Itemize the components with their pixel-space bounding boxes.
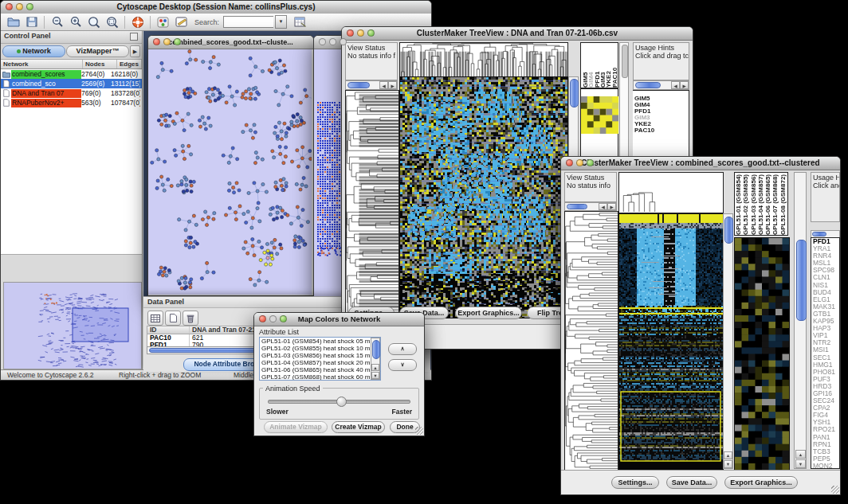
network-canvas[interactable] bbox=[148, 49, 312, 295]
export-graphics-button[interactable]: Export Graphics... bbox=[724, 476, 798, 489]
attribute-list-item[interactable]: GPL51-07 (GSM868) heat shock 60 min bbox=[260, 373, 380, 381]
save-session-icon[interactable] bbox=[23, 14, 40, 29]
scroll-up-icon[interactable]: ▲ bbox=[724, 451, 732, 459]
zoom-button[interactable] bbox=[367, 29, 375, 37]
scrollbar-thumb[interactable] bbox=[567, 204, 587, 209]
zoom-button[interactable] bbox=[587, 159, 594, 166]
slider-thumb[interactable] bbox=[336, 397, 347, 407]
scroll-down-icon[interactable]: ▼ bbox=[795, 459, 806, 468]
treeview2-title-bar[interactable]: ClusterMaker TreeView : combined_scores_… bbox=[561, 157, 840, 170]
dialog-title-bar[interactable]: Map Colors to Network bbox=[254, 313, 424, 326]
tab-overflow-arrow[interactable]: ▶ bbox=[130, 45, 140, 57]
attribute-list-item[interactable]: GPL51-03 (GSM856) heat shock 15 min bbox=[260, 352, 380, 359]
zoom-button[interactable] bbox=[26, 3, 33, 10]
zoom-fit-icon[interactable] bbox=[85, 14, 102, 29]
gene-list-item[interactable]: MON2 bbox=[811, 463, 839, 469]
attribute-list-item[interactable]: GPL51-06 (GSM865) heat shock 40 min bbox=[260, 366, 380, 373]
close-button[interactable] bbox=[6, 3, 13, 10]
scrollbar-thumb[interactable] bbox=[372, 340, 380, 359]
heatmap-vscrollbar[interactable]: ▲ ▼ bbox=[723, 213, 733, 469]
column-dendrogram-canvas[interactable] bbox=[618, 172, 724, 213]
animation-speed-slider[interactable] bbox=[268, 400, 410, 404]
treeview1-title-bar[interactable]: ClusterMaker TreeView : DNA and Tran 07-… bbox=[342, 27, 693, 41]
zoom-button[interactable] bbox=[340, 38, 347, 45]
tab-vizmapper[interactable]: VizMapper™ bbox=[66, 45, 129, 57]
save-data-button[interactable]: Save Data... bbox=[666, 476, 717, 489]
move-up-button[interactable]: ∧ bbox=[388, 343, 417, 355]
zoom-out-icon[interactable] bbox=[49, 14, 65, 29]
attribute-list-item[interactable]: GPL51-01 (GSM854) heat shock 05 min bbox=[260, 338, 380, 345]
heatmap-canvas[interactable] bbox=[618, 213, 724, 471]
scrollbar-thumb[interactable] bbox=[812, 232, 826, 236]
resize-grip[interactable] bbox=[415, 427, 423, 435]
row-dendrogram-canvas[interactable] bbox=[564, 211, 618, 471]
scroll-right-icon[interactable]: ▶ bbox=[388, 81, 397, 89]
background-network-canvas[interactable] bbox=[314, 49, 344, 298]
scroll-left-icon[interactable]: ◀ bbox=[671, 81, 680, 89]
network-table-row[interactable]: RNAPuberNov2+563(0)107847(0) bbox=[1, 98, 142, 107]
close-button[interactable] bbox=[259, 315, 266, 322]
scroll-right-icon[interactable]: ▶ bbox=[680, 81, 689, 89]
view-status-hscrollbar[interactable]: ◀ ▶ bbox=[345, 80, 398, 90]
network-overview-canvas[interactable] bbox=[3, 282, 142, 369]
minimize-button[interactable] bbox=[576, 159, 583, 166]
column-dendrogram-canvas[interactable] bbox=[399, 42, 568, 78]
scroll-up-icon[interactable]: ▲ bbox=[795, 450, 806, 459]
minimize-button[interactable] bbox=[269, 315, 277, 322]
scroll-left-icon[interactable]: ◀ bbox=[599, 203, 607, 210]
scrollbar-thumb[interactable] bbox=[347, 82, 370, 88]
open-file-icon[interactable] bbox=[5, 14, 22, 29]
search-input[interactable] bbox=[223, 16, 273, 28]
network-table-row[interactable]: combined_scores2764(0)16218(0) bbox=[1, 69, 142, 79]
attribute-list-item[interactable]: GPL51-02 (GSM855) heat shock 10 min bbox=[260, 345, 380, 352]
main-title-bar[interactable]: Cytoscape Desktop (Session Name: collins… bbox=[1, 1, 431, 14]
close-button[interactable] bbox=[347, 29, 354, 37]
minimize-button[interactable] bbox=[329, 38, 336, 45]
float-panel-icon[interactable] bbox=[130, 33, 138, 41]
zoom-heatmap-canvas[interactable] bbox=[734, 237, 790, 471]
annotation-icon[interactable] bbox=[173, 14, 190, 29]
move-down-button[interactable]: ∨ bbox=[388, 359, 417, 371]
attribute-list-item[interactable]: GPL51-04 (GSM857) heat shock 20 min bbox=[260, 359, 380, 366]
zoom-selected-icon[interactable] bbox=[104, 14, 120, 29]
attribute-list-vscrollbar[interactable]: ▲ ▼ bbox=[371, 338, 380, 380]
zoom-button[interactable] bbox=[280, 315, 287, 322]
attribute-browser-icon[interactable] bbox=[292, 14, 308, 29]
table-mode-icon[interactable] bbox=[147, 311, 163, 326]
new-attribute-icon[interactable] bbox=[165, 311, 181, 326]
close-button[interactable] bbox=[566, 159, 573, 166]
resize-grip[interactable] bbox=[831, 486, 839, 494]
network-table-row[interactable]: combined_sco2569(6)13112(15) bbox=[1, 79, 142, 88]
create-vizmap-button[interactable]: Create Vizmap bbox=[332, 421, 385, 433]
scroll-up-icon[interactable]: ▲ bbox=[371, 364, 379, 371]
delete-attribute-icon[interactable] bbox=[183, 311, 198, 326]
search-dropdown-icon[interactable]: ▼ bbox=[275, 15, 287, 29]
vizmapper-icon[interactable] bbox=[155, 14, 171, 29]
zoom-in-icon[interactable] bbox=[67, 14, 84, 29]
network-table-row[interactable]: DNA and Tran 07769(0)183728(0) bbox=[1, 88, 142, 98]
tab-network[interactable]: Network bbox=[2, 45, 65, 57]
close-button[interactable] bbox=[153, 38, 160, 45]
scroll-down-icon[interactable]: ▼ bbox=[371, 372, 379, 379]
zoom-button[interactable] bbox=[174, 38, 181, 45]
view-status-hscrollbar[interactable]: ◀ ▶ bbox=[564, 202, 617, 211]
minimize-button[interactable] bbox=[163, 38, 171, 45]
row-dendrogram-canvas[interactable] bbox=[345, 90, 399, 318]
scroll-left-icon[interactable]: ◀ bbox=[379, 81, 388, 89]
right-panel-vscrollbar[interactable]: ▲ ▼ bbox=[794, 172, 807, 469]
minimize-button[interactable] bbox=[16, 3, 23, 10]
usage-hints-hscrollbar[interactable]: ◀ ▶ bbox=[633, 80, 689, 90]
heatmap-canvas[interactable] bbox=[399, 76, 568, 318]
close-button[interactable] bbox=[319, 38, 326, 45]
scroll-down-icon[interactable]: ▼ bbox=[724, 460, 732, 468]
zoom-heatmap-canvas[interactable] bbox=[581, 96, 618, 134]
scroll-right-icon[interactable]: ▶ bbox=[607, 203, 616, 210]
network-view-title-bar[interactable]: combined_scores_good.txt--cluste... bbox=[148, 36, 313, 49]
scrollbar-thumb[interactable] bbox=[570, 79, 579, 107]
scrollbar-thumb[interactable] bbox=[622, 45, 628, 78]
export-graphics-button[interactable]: Export Graphics... bbox=[455, 307, 522, 319]
scrollbar-thumb[interactable] bbox=[635, 82, 661, 88]
minimize-button[interactable] bbox=[357, 29, 364, 37]
help-lifering-icon[interactable] bbox=[129, 14, 146, 29]
settings-button[interactable]: Settings... bbox=[611, 476, 659, 489]
